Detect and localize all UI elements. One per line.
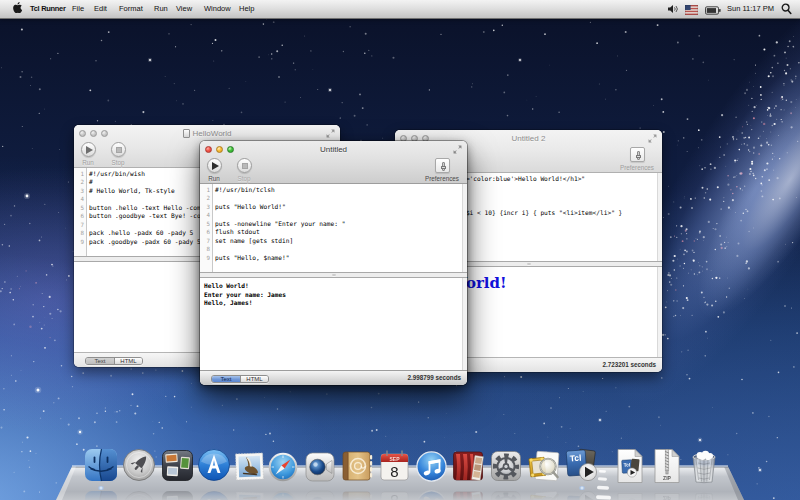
output-pane[interactable]: Hello World!Enter your name: JamesHello,…	[200, 278, 467, 370]
line-number: 2	[200, 194, 210, 203]
code-text: #!/usr/bin/tclsh	[215, 186, 275, 195]
output-line: Hello World!	[204, 282, 467, 291]
fullscreen-icon[interactable]	[453, 145, 462, 154]
fullscreen-icon[interactable]	[648, 134, 657, 143]
dock-item-tcl-runner[interactable]: Tcl	[564, 448, 600, 486]
close-button[interactable]	[205, 146, 212, 153]
fullscreen-icon[interactable]	[326, 129, 335, 138]
dock-item-launchpad[interactable]	[122, 448, 156, 486]
view-mode-segmented: Text HTML	[85, 357, 143, 365]
code-line: 9puts "Hello, $name!"	[200, 254, 467, 263]
document-icon	[183, 129, 190, 138]
zip-text: ZIP	[663, 475, 671, 481]
window-title: Untitled	[240, 141, 427, 157]
preferences-icon	[435, 158, 450, 173]
close-button[interactable]	[79, 130, 86, 137]
photo-booth-icon	[452, 450, 484, 482]
run-button-circle	[207, 158, 222, 173]
volume-menu-extra[interactable]	[667, 3, 679, 21]
code-line: 1#!/usr/bin/tclsh	[200, 186, 467, 195]
dock-item-photo-booth[interactable]	[452, 450, 484, 486]
dock-item-address-book[interactable]	[341, 450, 373, 486]
menu-app[interactable]: Tcl Runner	[30, 0, 66, 18]
battery-icon	[705, 6, 721, 15]
apple-logo-icon	[13, 2, 22, 13]
output-scrollbar[interactable]	[657, 267, 662, 357]
tab-text[interactable]: Text	[86, 358, 114, 364]
dock-item-app-store[interactable]	[197, 448, 231, 486]
zip-archive-icon: ZIP	[652, 448, 682, 484]
dock-item-tcl-document[interactable]: Tcl	[615, 448, 645, 488]
dock-item-itunes[interactable]	[416, 451, 447, 486]
menu-edit[interactable]: Edit	[94, 0, 107, 18]
menu-format[interactable]: Format	[119, 0, 143, 18]
view-mode-segmented: Text HTML	[211, 375, 269, 383]
menu-view[interactable]: View	[176, 0, 192, 18]
running-indicator-finder	[97, 486, 105, 490]
code-text: puts "Hello World!"	[215, 203, 286, 212]
zoom-button[interactable]	[227, 146, 234, 153]
preferences-button[interactable]: Preferences	[425, 158, 459, 182]
menu-help[interactable]: Help	[239, 0, 254, 18]
spotlight-menu[interactable]	[781, 3, 792, 21]
dock-item-preview[interactable]	[528, 450, 561, 486]
dock-item-mission-control[interactable]	[161, 449, 194, 486]
dock-item-system-preferences[interactable]	[490, 450, 522, 486]
code-text: flush stdout	[215, 228, 260, 237]
dock-item-trash[interactable]	[689, 450, 719, 488]
input-menu-extra[interactable]	[685, 4, 698, 22]
minimize-button[interactable]	[90, 130, 97, 137]
play-icon	[212, 162, 219, 170]
title-bar[interactable]: Untitled	[200, 141, 467, 157]
dock-item-safari[interactable]	[268, 452, 298, 486]
code-line: 3puts "Hello World!"	[200, 203, 467, 212]
code-line: 2	[200, 194, 467, 203]
code-text: puts "Hello, $name!"	[215, 254, 290, 263]
tab-html[interactable]: HTML	[114, 358, 142, 364]
minimize-button[interactable]	[216, 146, 223, 153]
battery-menu-extra[interactable]	[705, 4, 721, 22]
safari-icon	[268, 452, 298, 482]
dock-item-zip-archive[interactable]: ZIP	[652, 448, 682, 488]
status-bar: Text HTML 2.998799 seconds	[200, 370, 467, 385]
line-number: 8	[200, 245, 210, 254]
preferences-button[interactable]: Preferences	[620, 147, 654, 171]
code-text: # Hello World, Tk-style	[89, 187, 175, 196]
run-button[interactable]: Run	[74, 142, 102, 166]
zoom-button[interactable]	[101, 130, 108, 137]
menu-window[interactable]: Window	[204, 0, 231, 18]
dock-item-finder[interactable]	[84, 448, 118, 486]
apple-menu[interactable]	[13, 0, 22, 18]
run-button[interactable]: Run	[200, 158, 228, 182]
facetime-icon	[305, 452, 335, 482]
line-number: 9	[200, 254, 210, 263]
mail-icon	[234, 451, 265, 482]
address-book-icon	[341, 450, 373, 482]
itunes-icon	[416, 451, 447, 482]
stop-button[interactable]: Stop	[230, 158, 258, 182]
dock-item-ical[interactable]: SEP 8	[379, 450, 410, 486]
app-store-icon	[197, 448, 231, 482]
tab-html[interactable]: HTML	[240, 376, 268, 382]
stop-button[interactable]: Stop	[104, 142, 132, 166]
menu-file[interactable]: File	[72, 0, 84, 18]
tcl-doc-text: Tcl	[624, 462, 631, 467]
output-scrollbar[interactable]	[462, 278, 467, 370]
window-untitled[interactable]: Untitled Run Stop Preferences 1#!/usr/bi…	[200, 141, 467, 385]
clock-menu[interactable]: Sun 11:17 PM	[727, 0, 774, 18]
tab-text[interactable]: Text	[212, 376, 240, 382]
code-text: pack .goodbye -padx 60 -pady 5	[89, 238, 201, 247]
tcl-document-icon: Tcl	[615, 448, 645, 484]
dock-item-mail[interactable]	[234, 451, 265, 486]
stop-button-circle	[237, 158, 252, 173]
code-editor[interactable]: 1#!/usr/bin/tclsh23puts "Hello World!"45…	[200, 184, 467, 272]
mission-control-icon	[161, 449, 194, 482]
elapsed-time: 2.998799 seconds	[407, 374, 461, 381]
menu-run[interactable]: Run	[154, 0, 168, 18]
title-bar[interactable]: HelloWorld	[74, 125, 340, 141]
editor-scrollbar[interactable]	[657, 173, 662, 261]
launchpad-icon	[122, 448, 156, 482]
dock-item-facetime[interactable]	[305, 452, 335, 486]
editor-scrollbar[interactable]	[462, 184, 467, 272]
code-text: #!/usr/bin/wish	[89, 170, 145, 179]
